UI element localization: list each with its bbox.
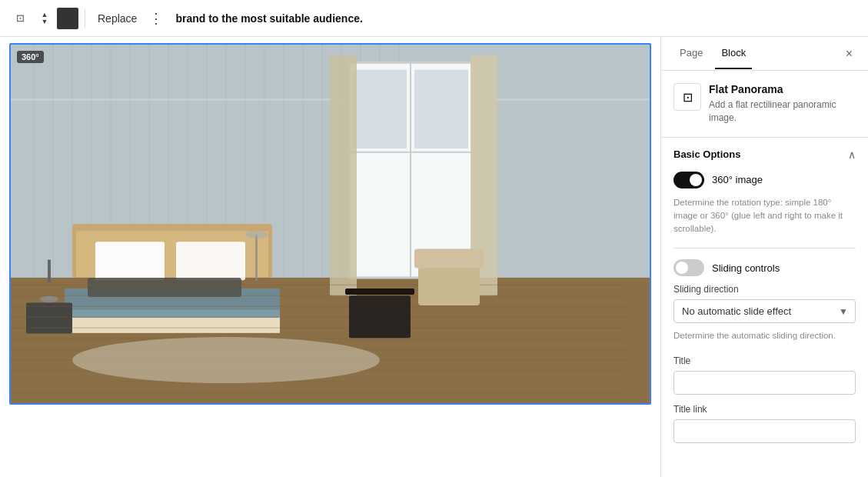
chevron-up-icon: ∧	[848, 148, 856, 161]
svg-rect-30	[330, 55, 357, 295]
scene-svg	[11, 45, 650, 403]
toolbar-divider	[85, 9, 85, 28]
main-layout: 360°	[0, 37, 868, 477]
tab-page[interactable]: Page	[673, 38, 709, 69]
title-link-input[interactable]	[673, 419, 856, 443]
badge-360: 360°	[17, 51, 44, 63]
toggle-sliding-row: Sliding controls	[673, 259, 856, 276]
more-options-button[interactable]: ⋮	[146, 7, 166, 30]
sliding-direction-wrapper: No automatic slide effect Left Right Up …	[673, 299, 856, 323]
block-info: ⊡ Flat Panorama Add a flat rectilinear p…	[661, 71, 868, 138]
toggle-360-row: 360° image	[673, 172, 856, 188]
arrow-controls: ▲ ▼	[35, 6, 54, 31]
svg-rect-38	[88, 278, 241, 297]
svg-rect-56	[345, 289, 414, 295]
editor-toolbar: ⊡ ▲ ▼ Replace ⋮ brand to the most suitab…	[0, 0, 868, 37]
svg-rect-58	[255, 235, 258, 281]
right-panel: Page Block × ⊡ Flat Panorama Add a flat …	[660, 37, 868, 477]
sliding-description: Determine the automatic sliding directio…	[673, 329, 856, 342]
toolbar-text: brand to the most suitable audience.	[169, 12, 362, 25]
flat-panorama-icon: ⊡	[683, 90, 693, 105]
options-section: Basic Options ∧ 360° image Determine the…	[661, 138, 868, 465]
block-name: Flat Panorama	[709, 83, 856, 95]
block-info-text: Flat Panorama Add a flat rectilinear pan…	[709, 83, 856, 125]
toggle-360-label: 360° image	[712, 174, 763, 185]
block-info-header: ⊡ Flat Panorama Add a flat rectilinear p…	[673, 83, 856, 125]
description-360: Determine the rotation type: simple 180°…	[673, 196, 856, 236]
tab-block[interactable]: Block	[715, 38, 752, 69]
title-label: Title	[673, 355, 856, 366]
panel-tabs: Page Block ×	[661, 37, 868, 71]
svg-rect-35	[95, 242, 165, 280]
svg-rect-53	[418, 267, 480, 305]
toggle-sliding-slider	[673, 259, 704, 276]
sliding-direction-select[interactable]: No automatic slide effect Left Right Up …	[673, 299, 856, 323]
options-header[interactable]: Basic Options ∧	[661, 138, 868, 172]
options-body: 360° image Determine the rotation type: …	[661, 172, 868, 465]
svg-rect-36	[176, 242, 245, 280]
svg-rect-55	[349, 295, 411, 338]
option-divider-1	[673, 248, 856, 249]
block-description: Add a flat rectilinear panoramic image.	[709, 98, 856, 125]
svg-point-57	[72, 337, 380, 383]
svg-rect-41	[48, 260, 51, 283]
arrow-down-button[interactable]: ▼	[42, 18, 48, 25]
title-link-label: Title link	[673, 404, 856, 415]
image-container[interactable]: 360°	[9, 43, 651, 405]
svg-point-40	[40, 296, 58, 302]
sliding-direction-label: Sliding direction	[673, 284, 856, 295]
svg-rect-54	[414, 249, 484, 269]
panel-close-button[interactable]: ×	[843, 44, 856, 64]
replace-button[interactable]: Replace	[91, 9, 143, 28]
options-title: Basic Options	[673, 148, 740, 160]
svg-rect-28	[353, 70, 407, 149]
toggle-sliding-switch[interactable]	[673, 259, 704, 276]
canvas-area: 360°	[0, 37, 660, 477]
block-icon: ⊡	[673, 83, 701, 111]
color-swatch[interactable]	[57, 8, 78, 29]
svg-point-59	[245, 231, 268, 239]
image-icon-button[interactable]: ⊡	[8, 6, 32, 31]
title-input[interactable]	[673, 371, 856, 395]
toggle-sliding-label: Sliding controls	[712, 262, 780, 274]
svg-rect-29	[414, 70, 468, 149]
bedroom-scene	[11, 45, 650, 403]
toggle-360-slider	[673, 172, 704, 188]
svg-rect-39	[26, 303, 72, 334]
toggle-360-switch[interactable]	[673, 172, 704, 188]
image-icon: ⊡	[16, 12, 25, 24]
